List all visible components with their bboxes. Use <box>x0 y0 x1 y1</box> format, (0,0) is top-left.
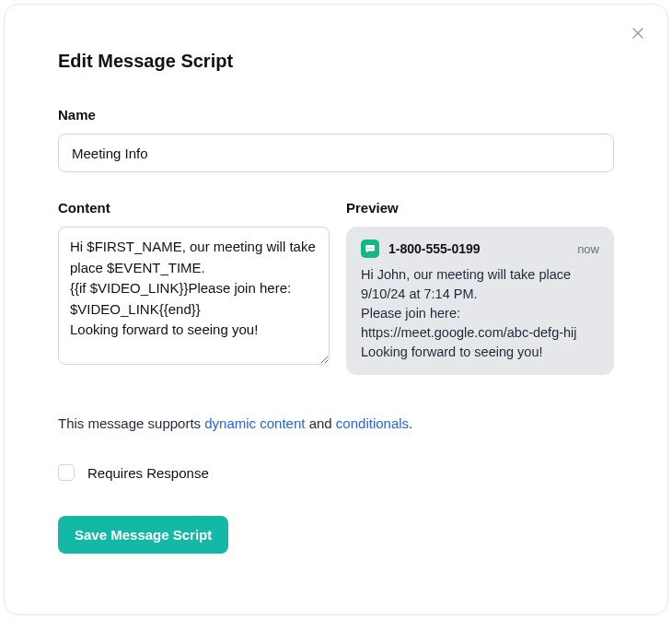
requires-response-checkbox[interactable] <box>58 464 75 481</box>
support-mid: and <box>305 415 335 431</box>
name-label: Name <box>58 107 614 123</box>
preview-time: now <box>577 242 599 256</box>
support-suffix: . <box>409 415 412 431</box>
svg-point-4 <box>371 248 372 249</box>
dynamic-content-link[interactable]: dynamic content <box>204 415 305 431</box>
conditionals-link[interactable]: conditionals <box>336 415 409 431</box>
preview-sender: 1-800-555-0199 <box>388 241 481 256</box>
save-button[interactable]: Save Message Script <box>58 516 228 554</box>
preview-body: Hi John, our meeting will take place 9/1… <box>361 265 599 362</box>
content-label: Content <box>58 200 330 216</box>
preview-header: 1-800-555-0199 now <box>361 239 599 258</box>
support-prefix: This message supports <box>58 415 204 431</box>
svg-point-3 <box>369 248 370 249</box>
content-textarea[interactable]: Hi $FIRST_NAME, our meeting will take pl… <box>58 227 330 365</box>
close-icon <box>631 26 645 43</box>
support-text: This message supports dynamic content an… <box>58 415 614 431</box>
preview-label: Preview <box>346 200 614 216</box>
edit-message-modal: Edit Message Script Name Content Hi $FIR… <box>4 4 668 615</box>
requires-response-label: Requires Response <box>87 465 209 481</box>
svg-point-2 <box>367 248 368 249</box>
preview-box: 1-800-555-0199 now Hi John, our meeting … <box>346 227 614 375</box>
name-input[interactable] <box>58 134 614 172</box>
modal-title: Edit Message Script <box>58 51 614 72</box>
sms-icon <box>361 239 379 258</box>
close-button[interactable] <box>625 21 651 47</box>
